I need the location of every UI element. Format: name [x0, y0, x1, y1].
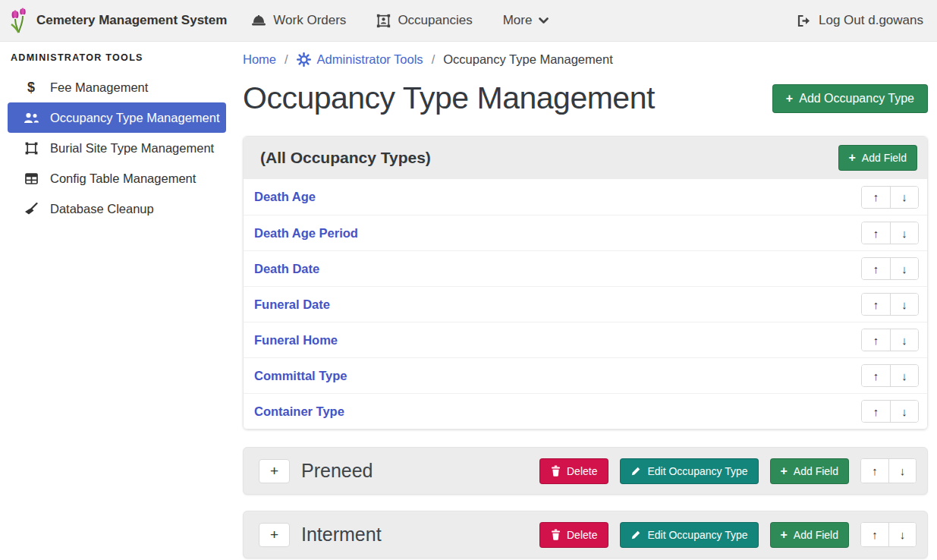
- section-title: Preneed: [301, 460, 373, 482]
- add-field-label: Add Field: [794, 529, 838, 541]
- logout-link[interactable]: Log Out d.gowans: [797, 13, 923, 28]
- field-link-death-age[interactable]: Death Age: [254, 190, 316, 204]
- plus-icon: +: [786, 93, 793, 105]
- plus-icon: +: [781, 465, 788, 477]
- field-row: Funeral Date ↑ ↓: [244, 286, 927, 322]
- move-up-button[interactable]: ↑: [862, 258, 890, 279]
- move-down-button[interactable]: ↓: [890, 187, 918, 208]
- trash-icon: [551, 529, 561, 540]
- move-up-button[interactable]: ↑: [861, 459, 888, 483]
- pencil-icon: [630, 466, 641, 477]
- sidebar-item-config-table-management[interactable]: Config Table Management: [8, 163, 226, 193]
- nav-occupancies[interactable]: Occupancies: [376, 13, 472, 28]
- move-up-button[interactable]: ↑: [862, 222, 890, 244]
- trash-icon: [551, 465, 561, 477]
- breadcrumb-current: Occupancy Type Management: [443, 52, 613, 67]
- field-link-funeral-date[interactable]: Funeral Date: [254, 297, 330, 312]
- hard-hat-icon: [251, 14, 266, 27]
- sidebar-item-burial-site-type-management[interactable]: Burial Site Type Management: [8, 133, 226, 163]
- primary-nav: Work Orders Occupancies More: [251, 13, 549, 28]
- move-down-button[interactable]: ↓: [890, 329, 918, 351]
- sidebar-item-label: Burial Site Type Management: [50, 141, 214, 156]
- occupancy-type-section-interment: + Interment Delete: [243, 511, 928, 558]
- move-up-button[interactable]: ↑: [862, 187, 890, 208]
- all-occupancy-types-card: (All Occupancy Types) + Add Field Death …: [243, 136, 928, 429]
- reorder-buttons: ↑ ↓: [861, 186, 919, 209]
- edit-occupancy-type-button[interactable]: Edit Occupancy Type: [620, 458, 758, 484]
- edit-occupancy-type-label: Edit Occupancy Type: [647, 529, 747, 541]
- section-title: Interment: [301, 524, 382, 546]
- field-link-container-type[interactable]: Container Type: [254, 404, 344, 419]
- add-occupancy-type-label: Add Occupancy Type: [799, 92, 914, 105]
- move-down-button[interactable]: ↓: [890, 365, 918, 386]
- field-row: Death Age ↑ ↓: [244, 179, 927, 215]
- section-actions: Delete Edit Occupancy Type + Add Field ↑: [539, 522, 917, 548]
- sidebar: ADMINISTRATOR TOOLS $ Fee Management Occ…: [0, 42, 235, 560]
- breadcrumb-admin-tools-label: Administrator Tools: [317, 52, 423, 67]
- expand-button[interactable]: +: [259, 459, 290, 483]
- delete-label: Delete: [567, 529, 597, 541]
- plus-icon: +: [781, 529, 788, 541]
- breadcrumb-admin-tools-link[interactable]: Administrator Tools: [297, 52, 423, 67]
- move-up-button[interactable]: ↑: [862, 401, 890, 422]
- sidebar-item-database-cleanup[interactable]: Database Cleanup: [8, 193, 226, 224]
- sidebar-item-label: Occupancy Type Management: [50, 111, 220, 125]
- sidebar-item-label: Fee Management: [50, 80, 148, 95]
- app-title: Cemetery Management System: [36, 13, 227, 28]
- move-down-button[interactable]: ↓: [890, 258, 918, 279]
- delete-label: Delete: [567, 465, 597, 477]
- card-title: (All Occupancy Types): [260, 149, 431, 167]
- nav-more[interactable]: More: [503, 13, 549, 28]
- move-up-button[interactable]: ↑: [862, 365, 890, 386]
- vector-square-icon: [23, 142, 39, 155]
- add-field-button[interactable]: + Add Field: [770, 458, 850, 484]
- field-link-funeral-home[interactable]: Funeral Home: [254, 333, 338, 348]
- add-field-button[interactable]: + Add Field: [770, 522, 850, 548]
- breadcrumb-home-link[interactable]: Home: [243, 52, 276, 67]
- breadcrumb-separator: /: [432, 52, 435, 67]
- add-occupancy-type-button[interactable]: + Add Occupancy Type: [772, 84, 928, 113]
- field-link-death-date[interactable]: Death Date: [254, 262, 319, 276]
- reorder-buttons: ↑ ↓: [861, 329, 919, 351]
- move-down-button[interactable]: ↓: [890, 222, 918, 244]
- reorder-buttons: ↑ ↓: [861, 222, 919, 244]
- nav-work-orders-label: Work Orders: [273, 13, 346, 28]
- move-down-button[interactable]: ↓: [890, 294, 918, 315]
- card-header: (All Occupancy Types) + Add Field: [244, 137, 927, 179]
- add-field-button[interactable]: + Add Field: [838, 145, 918, 171]
- table-icon: [23, 173, 39, 184]
- breadcrumb-separator: /: [285, 52, 288, 67]
- sidebar-item-fee-management[interactable]: $ Fee Management: [8, 72, 226, 102]
- occupancy-type-section-preneed: + Preneed Delete: [243, 447, 928, 495]
- move-down-button[interactable]: ↓: [888, 523, 916, 546]
- sidebar-heading: ADMINISTRATOR TOOLS: [0, 45, 235, 72]
- main-content: Home / Administrator Tools: [235, 42, 937, 560]
- dollar-icon: $: [23, 80, 39, 96]
- field-link-death-age-period[interactable]: Death Age Period: [254, 226, 358, 241]
- move-up-button[interactable]: ↑: [862, 329, 890, 351]
- delete-button[interactable]: Delete: [539, 458, 608, 484]
- nav-occupancies-label: Occupancies: [398, 13, 472, 28]
- reorder-buttons: ↑ ↓: [860, 522, 917, 547]
- nav-work-orders[interactable]: Work Orders: [251, 13, 346, 28]
- move-down-button[interactable]: ↓: [888, 459, 916, 483]
- nav-more-label: More: [503, 13, 533, 28]
- gear-icon: [297, 52, 311, 67]
- add-field-label: Add Field: [862, 152, 907, 164]
- edit-occupancy-type-button[interactable]: Edit Occupancy Type: [620, 522, 758, 548]
- users-icon: [23, 112, 39, 124]
- move-up-button[interactable]: ↑: [861, 523, 888, 546]
- reorder-buttons: ↑ ↓: [861, 293, 919, 316]
- pencil-icon: [630, 530, 641, 540]
- move-up-button[interactable]: ↑: [862, 294, 890, 315]
- page-title: Occupancy Type Management: [243, 80, 655, 116]
- sidebar-item-occupancy-type-management[interactable]: Occupancy Type Management: [8, 102, 226, 133]
- expand-button[interactable]: +: [259, 523, 290, 547]
- move-down-button[interactable]: ↓: [890, 401, 918, 422]
- chevron-down-icon: [539, 17, 549, 24]
- field-link-committal-type[interactable]: Committal Type: [254, 369, 347, 383]
- delete-button[interactable]: Delete: [539, 522, 608, 548]
- field-row: Death Date ↑ ↓: [244, 250, 927, 286]
- person-frame-icon: [376, 14, 391, 28]
- app-brand[interactable]: Cemetery Management System: [9, 7, 227, 34]
